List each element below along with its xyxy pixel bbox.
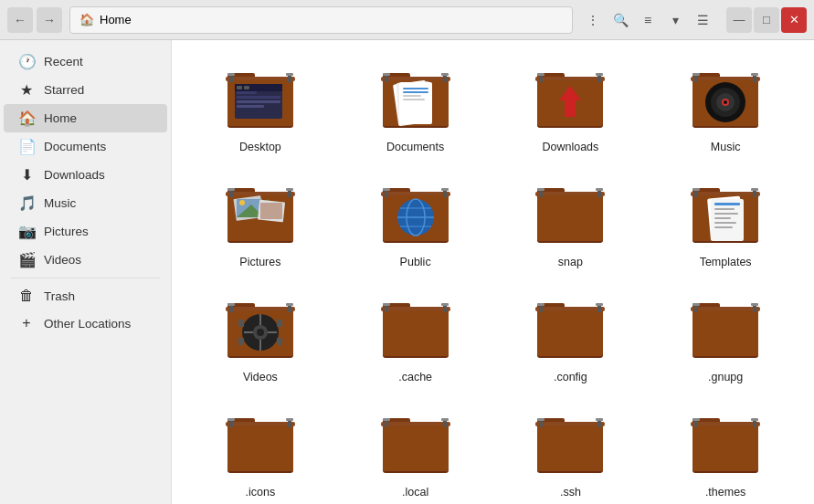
file-item-themes[interactable]: .themes — [651, 400, 799, 504]
svg-rect-35 — [539, 75, 543, 82]
downloads-folder-icon — [534, 64, 607, 137]
maximize-button[interactable]: □ — [754, 7, 779, 33]
pictures-icon: 📷 — [18, 223, 35, 240]
svg-rect-46 — [692, 73, 700, 76]
svg-rect-86 — [537, 188, 544, 191]
music-label: Music — [711, 141, 741, 153]
file-item-documents[interactable]: Documents — [342, 55, 490, 163]
sidebar-item-music[interactable]: 🎵 Music — [4, 189, 167, 217]
sidebar-item-documents[interactable]: 📄 Documents — [4, 132, 167, 161]
sidebar-item-downloads[interactable]: ⬇ Downloads — [4, 161, 167, 189]
file-item-templates[interactable]: Templates — [651, 170, 799, 278]
sidebar-item-trash[interactable]: 🗑 Trash — [4, 282, 167, 310]
svg-rect-101 — [714, 217, 731, 219]
videos-label: Videos — [243, 371, 278, 383]
pictures-folder-icon — [224, 179, 297, 252]
svg-point-52 — [724, 100, 727, 104]
svg-rect-29 — [403, 95, 421, 97]
file-item-icons[interactable]: .icons — [186, 400, 334, 504]
file-grid: Desktop — [186, 55, 799, 504]
file-item-gnupg[interactable]: .gnupg — [651, 285, 799, 393]
trash-icon: 🗑 — [18, 288, 35, 304]
file-item-videos[interactable]: Videos — [186, 285, 334, 393]
svg-rect-129 — [383, 303, 390, 306]
path-bar[interactable]: 🏠 Home — [69, 6, 573, 34]
downloads-icon: ⬇ — [18, 166, 35, 184]
search-button[interactable]: 🔍 — [608, 7, 633, 33]
svg-rect-22 — [383, 73, 390, 76]
snap-label: snap — [558, 256, 583, 268]
svg-rect-152 — [288, 420, 291, 427]
file-item-ssh[interactable]: .ssh — [497, 400, 645, 504]
view-list-button[interactable]: ≡ — [635, 7, 661, 33]
file-item-public[interactable]: Public — [342, 170, 490, 278]
file-item-local[interactable]: .local — [342, 400, 490, 504]
menu-button[interactable]: ⋮ — [580, 7, 606, 33]
file-item-cache[interactable]: .cache — [342, 285, 490, 393]
view-dropdown-button[interactable]: ▾ — [662, 7, 688, 33]
ssh-label: .ssh — [560, 486, 581, 499]
sidebar-item-starred[interactable]: ★ Starred — [4, 76, 167, 104]
config-label: .config — [554, 371, 587, 383]
close-button[interactable]: ✕ — [781, 7, 807, 33]
svg-point-114 — [257, 329, 264, 336]
desktop-label: Desktop — [239, 141, 281, 153]
svg-rect-175 — [694, 420, 698, 427]
svg-rect-73 — [383, 188, 390, 191]
sidebar-label-videos: Videos — [44, 253, 81, 267]
svg-rect-27 — [403, 88, 428, 89]
svg-rect-58 — [288, 190, 291, 197]
cache-label: .cache — [398, 371, 432, 383]
svg-rect-103 — [714, 226, 733, 228]
sidebar-item-other-locations[interactable]: + Other Locations — [4, 310, 167, 337]
svg-rect-85 — [597, 190, 601, 197]
svg-rect-162 — [441, 418, 449, 421]
file-item-pictures[interactable]: Pictures — [186, 170, 334, 278]
sidebar-item-recent[interactable]: 🕐 Recent — [4, 47, 167, 76]
sidebar-item-home[interactable]: 🏠 Home — [4, 104, 167, 132]
svg-rect-154 — [286, 418, 293, 421]
svg-rect-127 — [385, 305, 388, 312]
back-button[interactable]: ← — [7, 7, 33, 33]
svg-rect-117 — [238, 338, 244, 345]
svg-rect-6 — [227, 73, 235, 76]
window-controls: — □ ✕ — [726, 7, 807, 33]
videos-folder-icon — [224, 294, 297, 367]
sidebar-item-pictures[interactable]: 📷 Pictures — [4, 217, 167, 246]
icons-folder-icon — [224, 409, 297, 482]
titlebar: ← → 🏠 Home ⋮ 🔍 ≡ ▾ ☰ — □ ✕ — [0, 0, 814, 40]
svg-rect-72 — [443, 190, 447, 197]
ssh-folder-icon — [534, 409, 607, 482]
svg-rect-12 — [237, 91, 257, 94]
file-item-downloads[interactable]: Downloads — [497, 55, 645, 163]
svg-rect-10 — [237, 86, 242, 89]
minimize-button[interactable]: — — [726, 7, 752, 33]
view-menu-button[interactable]: ☰ — [690, 7, 715, 33]
gnupg-label: .gnupg — [708, 371, 743, 383]
svg-rect-13 — [237, 96, 280, 99]
documents-icon: 📄 — [18, 138, 35, 155]
svg-rect-45 — [753, 75, 756, 82]
local-folder-icon — [379, 409, 452, 482]
svg-rect-20 — [385, 75, 388, 82]
icons-label: .icons — [246, 486, 276, 499]
forward-button[interactable]: → — [37, 7, 62, 33]
local-label: .local — [402, 486, 428, 499]
svg-rect-115 — [238, 320, 244, 327]
svg-rect-137 — [537, 303, 544, 306]
svg-point-63 — [239, 200, 245, 205]
svg-rect-150 — [227, 425, 293, 471]
svg-rect-47 — [751, 73, 758, 76]
svg-rect-108 — [229, 305, 233, 312]
svg-rect-166 — [537, 425, 603, 471]
svg-rect-71 — [385, 190, 388, 197]
file-item-config[interactable]: .config — [497, 285, 645, 393]
file-item-snap[interactable]: snap — [497, 170, 645, 278]
desktop-folder-icon — [224, 64, 297, 137]
file-item-music[interactable]: Music — [651, 55, 799, 163]
themes-folder-icon — [689, 409, 762, 482]
file-item-desktop[interactable]: Desktop — [186, 55, 334, 163]
sidebar-item-videos[interactable]: 🎬 Videos — [4, 246, 167, 274]
svg-rect-66 — [260, 203, 282, 219]
svg-rect-151 — [229, 420, 233, 427]
